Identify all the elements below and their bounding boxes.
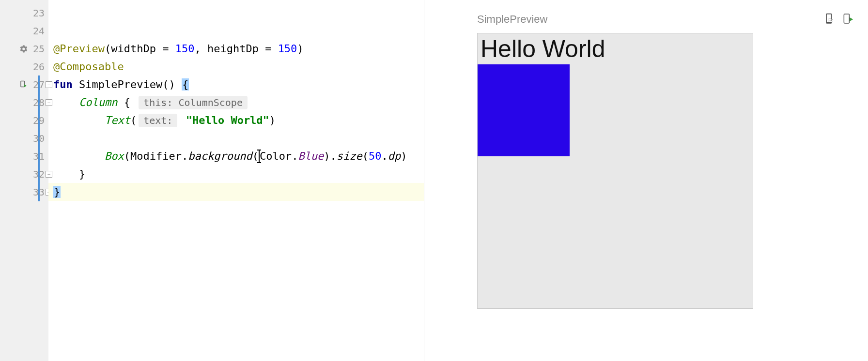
code-line-31[interactable]: Box(Modifier.background(Color.Blue).size… xyxy=(48,147,424,165)
deploy-preview-icon[interactable] xyxy=(843,13,853,26)
line-number: 28 xyxy=(25,97,45,108)
preview-header: SimplePreview xyxy=(477,10,853,29)
line-number: 25 xyxy=(25,43,45,55)
text-cursor xyxy=(259,150,260,162)
code-line-27[interactable]: fun SimplePreview() { xyxy=(48,75,424,93)
line-number: 26 xyxy=(25,61,45,73)
inlay-hint: this: ColumnScope xyxy=(139,96,248,109)
editor-gutter: 23 24 25 26 27 – 28 – 29 30 31 32 – 33 xyxy=(0,0,48,361)
line-number: 27 xyxy=(25,79,45,90)
preview-title: SimplePreview xyxy=(477,13,824,26)
run-gutter-icon[interactable] xyxy=(19,80,28,89)
code-line-24[interactable] xyxy=(48,22,424,40)
inlay-hint: text: xyxy=(139,114,177,127)
code-line-28[interactable]: Column { this: ColumnScope xyxy=(48,93,424,111)
svg-rect-0 xyxy=(21,81,25,87)
line-number: 29 xyxy=(25,115,45,126)
preview-hello-text: Hello World xyxy=(478,33,753,64)
code-editor-pane: 23 24 25 26 27 – 28 – 29 30 31 32 – 33 xyxy=(0,0,424,361)
interactive-mode-icon[interactable] xyxy=(824,13,835,26)
matched-brace: { xyxy=(182,78,189,90)
line-number: 33 xyxy=(25,186,45,198)
code-line-23[interactable] xyxy=(48,4,424,22)
preview-actions xyxy=(824,13,853,26)
line-number: 24 xyxy=(25,25,45,37)
matched-brace: } xyxy=(53,186,61,198)
svg-marker-1 xyxy=(24,84,27,87)
code-line-32[interactable]: } xyxy=(48,165,424,183)
svg-marker-5 xyxy=(850,17,853,21)
code-line-26[interactable]: @Composable xyxy=(48,58,424,75)
preview-canvas[interactable]: Hello World xyxy=(477,33,753,309)
code-line-29[interactable]: Text(text: "Hello World") xyxy=(48,111,424,129)
code-area[interactable]: @Preview(widthDp = 150, heightDp = 150) … xyxy=(48,0,424,361)
preview-blue-box xyxy=(478,64,570,156)
code-line-30[interactable] xyxy=(48,129,424,147)
svg-rect-4 xyxy=(844,14,849,23)
editor-scroll-track[interactable] xyxy=(424,0,463,361)
line-number: 31 xyxy=(25,150,45,162)
line-number: 23 xyxy=(25,7,45,19)
gear-icon[interactable] xyxy=(19,45,28,53)
compose-preview-pane: SimplePreview Hello World xyxy=(463,0,868,361)
line-number: 32 xyxy=(25,168,45,180)
line-number: 30 xyxy=(25,133,45,144)
code-line-25[interactable]: @Preview(widthDp = 150, heightDp = 150) xyxy=(48,40,424,58)
code-line-33[interactable]: } xyxy=(48,183,424,201)
